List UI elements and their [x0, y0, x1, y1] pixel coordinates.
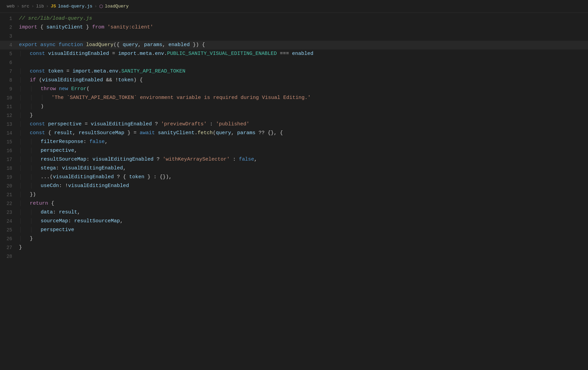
line-content-24[interactable]: │ │ sourceMap: resultSourceMap, [18, 217, 588, 226]
line-content-28[interactable] [18, 252, 588, 261]
line-number-22: 22 [0, 199, 18, 208]
editor-container: 1// src/lib/load-query.js2import { sanit… [0, 13, 588, 261]
line-number-27: 27 [0, 243, 18, 252]
line-content-7[interactable]: │ const token = import.meta.env.SANITY_A… [18, 67, 588, 76]
code-line-2: 2import { sanityClient } from 'sanity:cl… [0, 23, 588, 32]
code-line-18: 18│ │ stega: visualEditingEnabled, [0, 164, 588, 173]
line-content-13[interactable]: │ const perspective = visualEditingEnabl… [18, 120, 588, 129]
code-line-10: 10│ │ │ 'The `SANITY_API_READ_TOKEN` env… [0, 94, 588, 102]
sep4: › [94, 4, 97, 9]
line-content-1[interactable]: // src/lib/load-query.js [18, 14, 588, 23]
line-number-4: 4 [0, 41, 18, 49]
code-line-17: 17│ │ resultSourceMap: visualEditingEnab… [0, 155, 588, 164]
line-content-14[interactable]: │ const { result, resultSourceMap } = aw… [18, 129, 588, 138]
line-number-26: 26 [0, 234, 18, 243]
code-line-24: 24│ │ sourceMap: resultSourceMap, [0, 217, 588, 226]
line-number-7: 7 [0, 67, 18, 76]
line-content-16[interactable]: │ │ perspective, [18, 146, 588, 155]
sep2: › [31, 4, 34, 9]
line-number-17: 17 [0, 155, 18, 164]
code-line-9: 9│ │ throw new Error( [0, 85, 588, 94]
line-number-3: 3 [0, 32, 18, 41]
func-icon: ⬡ [99, 4, 103, 9]
line-number-14: 14 [0, 129, 18, 138]
line-number-11: 11 [0, 102, 18, 111]
line-content-15[interactable]: │ │ filterResponse: false, [18, 138, 588, 146]
line-content-12[interactable]: │ } [18, 111, 588, 120]
line-number-1: 1 [0, 14, 18, 23]
line-content-9[interactable]: │ │ throw new Error( [18, 85, 588, 94]
line-content-18[interactable]: │ │ stega: visualEditingEnabled, [18, 164, 588, 173]
line-number-18: 18 [0, 164, 18, 173]
line-content-5[interactable]: │ const visualEditingEnabled = import.me… [18, 49, 588, 58]
line-content-19[interactable]: │ │ ...(visualEditingEnabled ? { token }… [18, 173, 588, 182]
line-number-25: 25 [0, 226, 18, 234]
code-line-25: 25│ │ perspective [0, 226, 588, 234]
code-line-16: 16│ │ perspective, [0, 146, 588, 155]
code-line-22: 22│ return { [0, 199, 588, 208]
line-number-8: 8 [0, 76, 18, 85]
code-line-3: 3 [0, 32, 588, 41]
line-number-10: 10 [0, 94, 18, 102]
breadcrumb-bar: web › src › lib › JS load-query.js › ⬡ l… [0, 0, 588, 13]
line-content-8[interactable]: │ if (visualEditingEnabled && !token) { [18, 76, 588, 85]
line-content-23[interactable]: │ │ data: result, [18, 208, 588, 217]
code-line-7: 7│ const token = import.meta.env.SANITY_… [0, 67, 588, 76]
line-content-26[interactable]: │ } [18, 234, 588, 243]
line-content-17[interactable]: │ │ resultSourceMap: visualEditingEnable… [18, 155, 588, 164]
line-content-25[interactable]: │ │ perspective [18, 226, 588, 234]
line-content-3[interactable] [18, 32, 588, 41]
code-line-11: 11│ │ ) [0, 102, 588, 111]
breadcrumb-lib[interactable]: lib [36, 4, 44, 9]
line-number-9: 9 [0, 85, 18, 94]
line-number-24: 24 [0, 217, 18, 226]
code-line-28: 28 [0, 252, 588, 261]
line-content-22[interactable]: │ return { [18, 199, 588, 208]
breadcrumb-file[interactable]: load-query.js [58, 4, 92, 9]
code-line-27: 27} [0, 243, 588, 252]
breadcrumb-func[interactable]: loadQuery [105, 4, 129, 9]
code-line-1: 1// src/lib/load-query.js [0, 14, 588, 23]
code-line-23: 23│ │ data: result, [0, 208, 588, 217]
code-line-20: 20│ │ useCdn: !visualEditingEnabled [0, 182, 588, 190]
code-line-6: 6 [0, 58, 588, 67]
line-number-13: 13 [0, 120, 18, 129]
breadcrumb-js-badge: JS [51, 4, 56, 9]
line-content-4[interactable]: export async function loadQuery({ query,… [18, 41, 588, 49]
line-number-5: 5 [0, 49, 18, 58]
line-number-20: 20 [0, 182, 18, 190]
line-number-2: 2 [0, 23, 18, 32]
breadcrumb-web[interactable]: web [7, 4, 15, 9]
code-line-13: 13│ const perspective = visualEditingEna… [0, 120, 588, 129]
sep1: › [17, 4, 19, 9]
line-number-21: 21 [0, 190, 18, 199]
line-number-16: 16 [0, 146, 18, 155]
code-line-8: 8│ if (visualEditingEnabled && !token) { [0, 76, 588, 85]
line-content-10[interactable]: │ │ │ 'The `SANITY_API_READ_TOKEN` envir… [18, 94, 588, 102]
line-number-12: 12 [0, 111, 18, 120]
line-content-20[interactable]: │ │ useCdn: !visualEditingEnabled [18, 182, 588, 190]
code-line-14: 14│ const { result, resultSourceMap } = … [0, 129, 588, 138]
code-line-4: 4export async function loadQuery({ query… [0, 41, 588, 49]
line-content-27[interactable]: } [18, 243, 588, 252]
line-number-6: 6 [0, 58, 18, 67]
line-number-23: 23 [0, 208, 18, 217]
line-number-15: 15 [0, 138, 18, 146]
code-line-19: 19│ │ ...(visualEditingEnabled ? { token… [0, 173, 588, 182]
code-line-26: 26│ } [0, 234, 588, 243]
line-number-28: 28 [0, 252, 18, 261]
sep3: › [46, 4, 49, 9]
code-line-21: 21│ }) [0, 190, 588, 199]
line-content-21[interactable]: │ }) [18, 190, 588, 199]
code-line-15: 15│ │ filterResponse: false, [0, 138, 588, 146]
line-number-19: 19 [0, 173, 18, 182]
breadcrumb-src[interactable]: src [21, 4, 29, 9]
code-line-12: 12│ } [0, 111, 588, 120]
line-content-11[interactable]: │ │ ) [18, 102, 588, 111]
code-line-5: 5│ const visualEditingEnabled = import.m… [0, 49, 588, 58]
line-content-6[interactable] [18, 58, 588, 67]
line-content-2[interactable]: import { sanityClient } from 'sanity:cli… [18, 23, 588, 32]
